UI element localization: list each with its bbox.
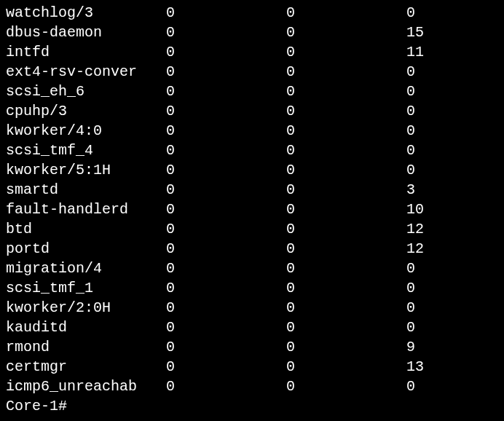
process-value-2: 0 (286, 377, 406, 396)
process-value-3: 0 (406, 141, 479, 160)
process-value-1: 0 (166, 298, 286, 318)
process-value-2: 0 (286, 298, 406, 318)
process-name: portd (6, 239, 166, 259)
process-value-1: 0 (166, 377, 286, 396)
process-name: watchlog/3 (6, 3, 166, 23)
process-value-3: 0 (406, 3, 479, 23)
process-row: intfd0011 (6, 42, 498, 62)
process-value-2: 0 (286, 101, 406, 121)
process-value-1: 0 (166, 42, 286, 62)
process-name: fault-handlerd (6, 200, 166, 219)
process-value-2: 0 (286, 42, 406, 62)
process-value-2: 0 (286, 62, 406, 82)
process-value-3: 10 (406, 200, 479, 219)
process-name: kworker/2:0H (6, 298, 166, 318)
process-value-3: 9 (406, 337, 479, 357)
process-value-3: 0 (406, 82, 479, 101)
terminal-output[interactable]: watchlog/3000dbus-daemon0015intfd0011ext… (6, 3, 498, 416)
process-name: intfd (6, 42, 166, 62)
process-name: kworker/5:1H (6, 160, 166, 180)
process-value-3: 11 (406, 42, 479, 62)
process-row: certmgr0013 (6, 357, 498, 377)
process-value-2: 0 (286, 121, 406, 141)
process-value-3: 13 (406, 357, 479, 377)
process-value-1: 0 (166, 160, 286, 180)
process-value-3: 0 (406, 62, 479, 82)
process-name: scsi_eh_6 (6, 82, 166, 101)
process-row: icmp6_unreachab000 (6, 377, 498, 396)
process-value-1: 0 (166, 23, 286, 42)
process-value-2: 0 (286, 278, 406, 298)
process-value-2: 0 (286, 160, 406, 180)
process-value-3: 0 (406, 318, 479, 337)
process-value-1: 0 (166, 101, 286, 121)
process-value-1: 0 (166, 318, 286, 337)
process-value-2: 0 (286, 82, 406, 101)
process-row: scsi_tmf_4000 (6, 141, 498, 160)
process-row: kworker/4:0000 (6, 121, 498, 141)
process-value-2: 0 (286, 3, 406, 23)
process-list: watchlog/3000dbus-daemon0015intfd0011ext… (6, 3, 498, 396)
process-value-3: 0 (406, 377, 479, 396)
process-name: dbus-daemon (6, 23, 166, 42)
process-value-2: 0 (286, 318, 406, 337)
process-value-1: 0 (166, 82, 286, 101)
prompt-row[interactable]: Core-1# (6, 396, 498, 416)
process-name: rmond (6, 337, 166, 357)
process-value-3: 0 (406, 160, 479, 180)
process-value-1: 0 (166, 278, 286, 298)
process-value-1: 0 (166, 357, 286, 377)
process-value-2: 0 (286, 180, 406, 200)
process-row: kauditd000 (6, 318, 498, 337)
process-row: btd0012 (6, 219, 498, 239)
process-row: fault-handlerd0010 (6, 200, 498, 219)
process-value-1: 0 (166, 219, 286, 239)
process-name: scsi_tmf_1 (6, 278, 166, 298)
process-value-2: 0 (286, 239, 406, 259)
process-value-1: 0 (166, 180, 286, 200)
process-value-2: 0 (286, 200, 406, 219)
process-value-3: 0 (406, 298, 479, 318)
process-row: portd0012 (6, 239, 498, 259)
process-name: certmgr (6, 357, 166, 377)
process-value-2: 0 (286, 141, 406, 160)
process-value-2: 0 (286, 337, 406, 357)
process-row: kworker/5:1H000 (6, 160, 498, 180)
process-value-1: 0 (166, 3, 286, 23)
process-value-3: 12 (406, 219, 479, 239)
process-name: migration/4 (6, 259, 166, 278)
process-row: cpuhp/3000 (6, 101, 498, 121)
process-value-1: 0 (166, 62, 286, 82)
process-name: btd (6, 219, 166, 239)
process-value-1: 0 (166, 141, 286, 160)
process-name: kworker/4:0 (6, 121, 166, 141)
process-name: scsi_tmf_4 (6, 141, 166, 160)
process-value-3: 15 (406, 23, 479, 42)
process-value-3: 0 (406, 121, 479, 141)
process-name: smartd (6, 180, 166, 200)
process-value-1: 0 (166, 239, 286, 259)
process-value-1: 0 (166, 200, 286, 219)
process-value-2: 0 (286, 357, 406, 377)
process-value-3: 12 (406, 239, 479, 259)
process-value-1: 0 (166, 337, 286, 357)
process-row: migration/4000 (6, 259, 498, 278)
process-value-3: 0 (406, 259, 479, 278)
process-value-3: 3 (406, 180, 479, 200)
process-row: watchlog/3000 (6, 3, 498, 23)
process-name: cpuhp/3 (6, 101, 166, 121)
process-value-2: 0 (286, 259, 406, 278)
process-value-3: 0 (406, 101, 479, 121)
process-name: ext4-rsv-conver (6, 62, 166, 82)
shell-prompt: Core-1# (6, 396, 67, 416)
process-row: rmond009 (6, 337, 498, 357)
process-name: icmp6_unreachab (6, 377, 166, 396)
process-value-1: 0 (166, 259, 286, 278)
process-value-1: 0 (166, 121, 286, 141)
process-row: dbus-daemon0015 (6, 23, 498, 42)
process-value-2: 0 (286, 23, 406, 42)
process-value-3: 0 (406, 278, 479, 298)
process-row: scsi_eh_6000 (6, 82, 498, 101)
process-row: kworker/2:0H000 (6, 298, 498, 318)
process-row: smartd003 (6, 180, 498, 200)
